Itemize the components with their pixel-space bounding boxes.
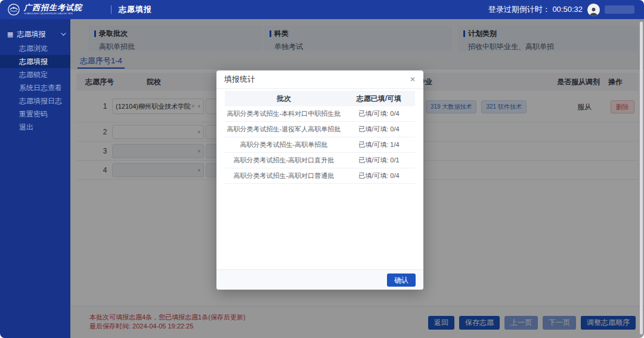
statistics-row: 高职分类考试招生-高职单招批 已填/可填: 1/4 — [225, 137, 415, 153]
sidebar-item-reset-password[interactable]: 重置密码 — [0, 107, 70, 121]
batch-name: 高职分类考试招生-退役军人高职单招批 — [225, 125, 343, 134]
modal-header: 填报统计 ✕ — [216, 70, 423, 89]
app-header: 广西招生考试院 GVANGJSIH CAUHSWNGH GAUJSI YEN 志… — [0, 0, 644, 19]
logo-text: 广西招生考试院 GVANGJSIH CAUHSWNGH GAUJSI YEN — [24, 4, 103, 16]
batch-name: 高职分类考试招生-高职对口直升批 — [225, 156, 343, 165]
chevron-down-icon — [61, 30, 66, 35]
fill-statistics-modal: 填报统计 ✕ 批次 志愿已填/可填 高职分类考试招生-本科对口中职招生批 已填/… — [216, 70, 423, 290]
statistics-table: 批次 志愿已填/可填 高职分类考试招生-本科对口中职招生批 已填/可填: 0/4… — [225, 91, 415, 184]
institute-emblem-icon — [7, 3, 20, 16]
sidebar-root-volunteer-menu[interactable]: ▦ 志愿填报 — [0, 26, 70, 42]
sidebar-root-label: 志愿填报 — [17, 29, 45, 39]
batch-name: 高职分类考试招生-高职单招批 — [225, 140, 343, 149]
sidebar-item-fill-log[interactable]: 志愿填报日志 — [0, 94, 70, 107]
session-countdown: 登录过期倒计时： 00:50:32 — [488, 4, 583, 15]
col-header-filled: 志愿已填/可填 — [343, 94, 415, 104]
statistics-row: 高职分类考试招生-高职对口直升批 已填/可填: 0/1 — [225, 153, 415, 168]
filled-count: 已填/可填: 0/4 — [343, 171, 415, 180]
statistics-row: 高职分类考试招生-本科对口中职招生批 已填/可填: 0/4 — [225, 106, 415, 122]
filled-count: 已填/可填: 0/4 — [343, 109, 415, 118]
batch-name: 高职分类考试招生-高职对口普通批 — [225, 171, 343, 180]
batch-name: 高职分类考试招生-本科对口中职招生批 — [225, 109, 343, 118]
page-title: 志愿填报 — [119, 4, 152, 15]
user-name-redacted — [605, 5, 634, 14]
filled-count: 已填/可填: 1/4 — [343, 140, 415, 149]
sidebar-item-system-log[interactable]: 系统日志查看 — [0, 81, 70, 94]
user-avatar[interactable] — [587, 4, 600, 16]
sidebar: ▦ 志愿填报 志愿浏览 志愿填报 志愿锁定 系统日志查看 志愿填报日志 重置密码… — [0, 19, 70, 338]
confirm-button[interactable]: 确认 — [387, 274, 416, 287]
col-header-batch: 批次 — [225, 94, 343, 104]
scrollbar[interactable] — [640, 21, 643, 334]
filled-count: 已填/可填: 0/1 — [343, 156, 415, 165]
modal-title: 填报统计 — [224, 74, 255, 85]
sidebar-item-browse[interactable]: 志愿浏览 — [0, 42, 70, 55]
filled-count: 已填/可填: 0/4 — [343, 125, 415, 134]
grid-menu-icon: ▦ — [7, 30, 13, 38]
sidebar-item-lock[interactable]: 志愿锁定 — [0, 68, 70, 81]
logo: 广西招生考试院 GVANGJSIH CAUHSWNGH GAUJSI YEN — [0, 3, 103, 16]
statistics-table-header: 批次 志愿已填/可填 — [225, 91, 415, 106]
statistics-row: 高职分类考试招生-高职对口普通批 已填/可填: 0/4 — [225, 168, 415, 184]
sidebar-item-fill[interactable]: 志愿填报 — [0, 55, 70, 68]
logo-title: 广西招生考试院 — [24, 4, 103, 11]
header-right: 登录过期倒计时： 00:50:32 — [488, 4, 644, 16]
logo-subtitle: GVANGJSIH CAUHSWNGH GAUJSI YEN — [24, 12, 73, 14]
app-window: 广西招生考试院 GVANGJSIH CAUHSWNGH GAUJSI YEN 志… — [0, 0, 644, 338]
modal-footer: 确认 — [216, 269, 423, 290]
header-divider — [111, 5, 112, 14]
sidebar-item-logout[interactable]: 退出 — [0, 121, 70, 134]
close-icon[interactable]: ✕ — [410, 76, 416, 83]
statistics-row: 高职分类考试招生-退役军人高职单招批 已填/可填: 0/4 — [225, 122, 415, 137]
